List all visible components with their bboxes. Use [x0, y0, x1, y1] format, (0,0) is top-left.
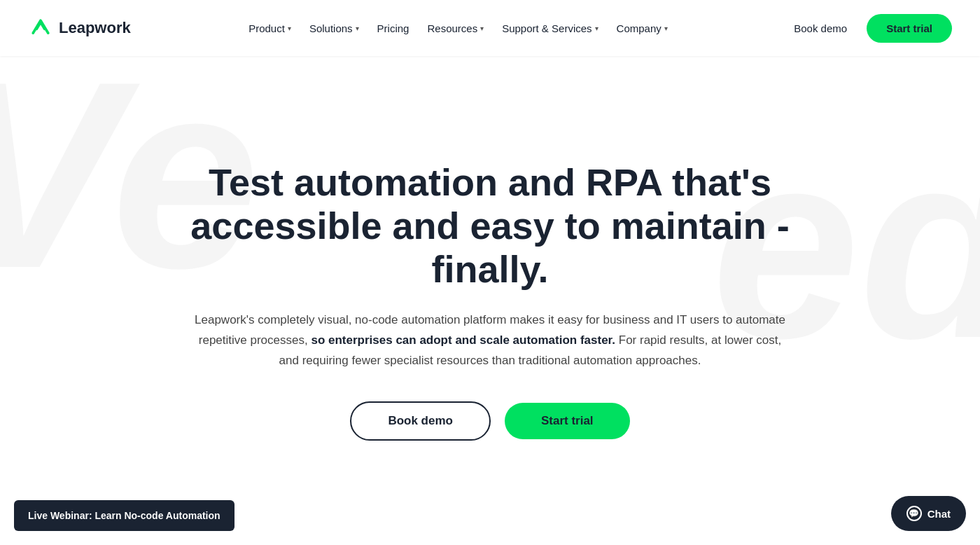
logo-text: Leapwork — [59, 19, 131, 37]
nav-item-resources: Resources ▾ — [420, 17, 491, 40]
chevron-down-icon: ▾ — [595, 25, 598, 32]
live-webinar-banner[interactable]: Live Webinar: Learn No-code Automation — [14, 500, 234, 531]
hero-section: Test automation and RPA that's accessibl… — [0, 56, 980, 545]
chat-button[interactable]: 💬 Chat — [891, 496, 966, 531]
nav-item-pricing: Pricing — [370, 17, 416, 40]
navbar: Leapwork Product ▾ Solutions ▾ Pricing R… — [0, 0, 980, 56]
nav-link-product[interactable]: Product ▾ — [241, 17, 298, 40]
nav-link-support[interactable]: Support & Services ▾ — [495, 17, 605, 40]
chevron-down-icon: ▾ — [480, 25, 484, 32]
chevron-down-icon: ▾ — [288, 25, 291, 32]
chat-icon: 💬 — [906, 506, 922, 521]
chevron-down-icon: ▾ — [664, 25, 668, 32]
nav-item-company: Company ▾ — [610, 17, 675, 40]
logo-link[interactable]: Leapwork — [28, 15, 131, 41]
hero-subtitle-bold: so enterprises can adopt and scale autom… — [311, 333, 615, 347]
logo-icon — [28, 15, 53, 41]
chat-label: Chat — [927, 508, 951, 520]
nav-link-company[interactable]: Company ▾ — [610, 17, 675, 40]
nav-item-support: Support & Services ▾ — [495, 17, 605, 40]
hero-subtitle: Leapwork's completely visual, no-code au… — [189, 310, 791, 371]
nav-item-product: Product ▾ — [241, 17, 298, 40]
nav-link-pricing[interactable]: Pricing — [370, 17, 416, 40]
nav-item-solutions: Solutions ▾ — [302, 17, 366, 40]
hero-book-demo-button[interactable]: Book demo — [350, 401, 491, 441]
nav-link-solutions[interactable]: Solutions ▾ — [302, 17, 366, 40]
hero-title: Test automation and RPA that's accessibl… — [175, 160, 805, 291]
nav-book-demo-button[interactable]: Book demo — [785, 17, 855, 40]
nav-link-resources[interactable]: Resources ▾ — [420, 17, 491, 40]
nav-start-trial-button[interactable]: Start trial — [867, 14, 952, 43]
nav-actions: Book demo Start trial — [785, 14, 952, 43]
hero-start-trial-button[interactable]: Start trial — [505, 403, 630, 439]
chevron-down-icon: ▾ — [356, 25, 359, 32]
nav-links: Product ▾ Solutions ▾ Pricing Resources … — [241, 17, 675, 40]
hero-buttons: Book demo Start trial — [350, 401, 629, 441]
